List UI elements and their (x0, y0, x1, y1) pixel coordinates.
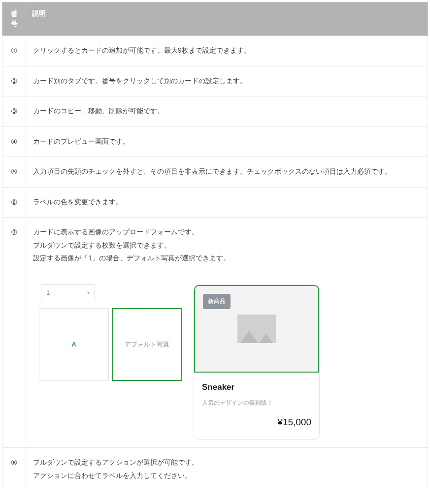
table-row: ③ カードのコピー、移動、削除が可能です。 (2, 96, 428, 127)
select-value: 1 (46, 287, 50, 299)
row-description: カードのプレビュー画面です。 (26, 126, 428, 157)
row-number: ② (2, 66, 26, 96)
thumb-slot-a[interactable]: A (39, 308, 109, 381)
chevron-down-icon: ▾ (87, 288, 90, 297)
table-row: ① クリックするとカードの追加が可能です。最大9枚まで設定できます。 (2, 36, 428, 66)
card-image-area: 新商品 (194, 285, 319, 373)
image-placeholder-icon (237, 315, 276, 343)
table-row: ⑦ カードに表示する画像のアップロードフォームです。 プルダウンで設定する枚数を… (2, 218, 428, 448)
card-title: Sneaker (202, 379, 311, 395)
row-number: ⑥ (2, 187, 26, 218)
header-number: 番号 (2, 2, 26, 36)
row-number: ① (2, 36, 26, 66)
table-row: ⑤ 入力項目の先頭のチェックを外すと、その項目を非表示にできます。チェックボック… (2, 157, 428, 188)
row-description: カードに表示する画像のアップロードフォームです。 プルダウンで設定する枚数を選択… (26, 218, 428, 448)
card-subtitle: 人気のデザインの復刻版！ (202, 397, 311, 409)
card-price: ¥15,000 (202, 413, 311, 431)
table-row: ⑥ ラベルの色を変更できます。 (2, 187, 428, 218)
row-description: カード別のタブです。番号をクリックして別のカードの設定します。 (26, 66, 428, 96)
thumb-default[interactable]: デフォルト写真 (112, 308, 182, 381)
table-row: ② カード別のタブです。番号をクリックして別のカードの設定します。 (2, 66, 428, 96)
preview-card: 新商品 Sneaker 人気のデザインの復刻版！ ¥15,000 (194, 284, 320, 440)
table-row: ⑧ プルダウンで設定するアクションが選択が可能です。 アクションに合わせてラベル… (2, 448, 428, 490)
row-number: ⑤ (2, 157, 26, 188)
row-description: プルダウンで設定するアクションが選択が可能です。 アクションに合わせてラベルを入… (26, 448, 428, 490)
row-description: カードのコピー、移動、削除が可能です。 (26, 96, 428, 127)
preview-area: 1 ▾ A デフォルト写真 (33, 284, 421, 440)
new-badge: 新商品 (203, 294, 231, 309)
row-number: ③ (2, 96, 26, 127)
row-description: クリックするとカードの追加が可能です。最大9枚まで設定できます。 (26, 36, 428, 66)
description-table: 番号 説明 ① クリックするとカードの追加が可能です。最大9枚まで設定できます。… (2, 2, 428, 490)
row-number: ⑧ (2, 448, 26, 490)
row-number: ⑦ (2, 218, 26, 448)
table-body: ① クリックするとカードの追加が可能です。最大9枚まで設定できます。 ② カード… (2, 36, 428, 490)
table-row: ④ カードのプレビュー画面です。 (2, 126, 428, 157)
row-number: ④ (2, 126, 26, 157)
image-count-select[interactable]: 1 ▾ (41, 284, 95, 301)
header-description: 説明 (26, 2, 428, 36)
row-description: 入力項目の先頭のチェックを外すと、その項目を非表示にできます。チェックボックスの… (26, 157, 428, 188)
row-description: ラベルの色を変更できます。 (26, 187, 428, 218)
